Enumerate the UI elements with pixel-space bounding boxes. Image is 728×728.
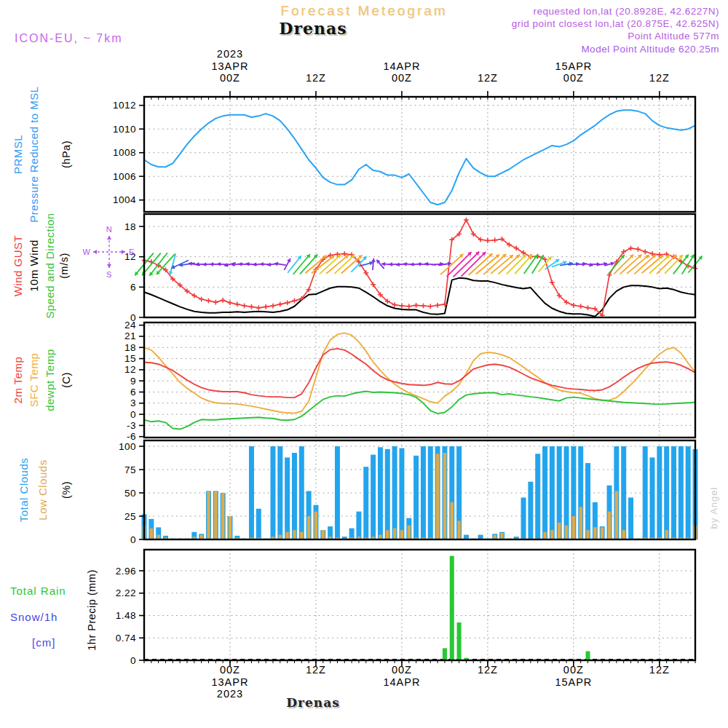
svg-text:1004: 1004 [113,194,136,205]
svg-text:15APR: 15APR [555,676,592,688]
svg-text:12Z: 12Z [306,72,326,84]
svg-text:12: 12 [124,364,136,375]
pressure-line [144,110,695,205]
svg-text:-3: -3 [127,420,136,431]
svg-text:Wind GUST: Wind GUST [12,235,24,297]
svg-text:21: 21 [124,331,136,341]
wind-direction-arrows [135,252,702,277]
svg-text:2023: 2023 [217,688,243,700]
svg-text:0: 0 [130,409,136,420]
svg-text:15APR: 15APR [555,60,592,72]
svg-text:Speed and Direction: Speed and Direction [44,213,56,318]
svg-text:12: 12 [124,251,136,262]
svg-text:10m Wind: 10m Wind [28,240,40,292]
grid-lines [144,97,695,660]
svg-text:0.74: 0.74 [116,633,136,644]
svg-text:100: 100 [119,441,136,452]
svg-text:00Z: 00Z [392,72,412,84]
svg-text:W: W [83,248,91,256]
svg-text:1012: 1012 [113,100,136,111]
svg-text:1010: 1010 [113,124,136,135]
svg-text:50: 50 [124,488,136,499]
svg-text:00Z: 00Z [563,72,584,84]
svg-text:dewpt Temp: dewpt Temp [44,349,56,411]
svg-text:1006: 1006 [113,171,136,182]
panel-borders: 10041006100810101012061218-6-30369121518… [113,97,695,666]
svg-text:18: 18 [124,342,136,353]
svg-text:3: 3 [130,397,136,408]
svg-text:[cm]: [cm] [32,636,55,649]
svg-text:Total Rain: Total Rain [10,585,66,597]
svg-text:2.96: 2.96 [116,566,136,577]
svg-text:SFC Temp: SFC Temp [28,353,40,408]
svg-text:(C): (C) [60,372,72,388]
svg-text:00Z: 00Z [220,664,240,676]
svg-text:Total Clouds: Total Clouds [17,458,30,523]
svg-text:24: 24 [124,320,136,331]
svg-text:00Z: 00Z [220,72,240,84]
svg-text:N: N [106,225,112,234]
svg-text:12Z: 12Z [649,72,670,84]
svg-text:12Z: 12Z [478,664,498,676]
svg-text:18: 18 [124,221,136,232]
svg-text:S: S [106,270,112,279]
time-axis-ticks [144,91,695,667]
svg-text:00Z: 00Z [563,664,584,676]
svg-text:9: 9 [130,376,136,387]
svg-text:12Z: 12Z [649,664,670,676]
svg-text:1.48: 1.48 [116,610,136,621]
svg-text:Low Clouds: Low Clouds [36,459,49,520]
svg-text:1hr Precip (mm): 1hr Precip (mm) [86,569,98,650]
meteogram-chart: NSEW10041006100810101012061218-6-3036912… [0,0,728,728]
svg-text:13APR: 13APR [211,60,248,72]
svg-text:12Z: 12Z [306,664,326,676]
svg-text:2m Temp: 2m Temp [12,357,24,404]
panel-side-labels: PRMSLPressure Reduced to MSL(hPa)Wind GU… [10,86,98,650]
rain-bars [443,556,590,660]
svg-text:6: 6 [130,282,136,293]
svg-text:14APR: 14APR [383,676,420,688]
svg-text:2023: 2023 [217,48,243,60]
svg-text:0: 0 [130,534,136,545]
svg-text:12Z: 12Z [478,72,498,84]
meteogram-page: Forecast Meteogram Drenas requested lon,… [0,0,728,728]
svg-text:14APR: 14APR [383,60,420,72]
svg-text:Snow/1h: Snow/1h [10,611,58,623]
svg-text:1008: 1008 [113,147,136,158]
svg-text:0: 0 [130,655,136,666]
svg-text:75: 75 [124,464,136,475]
time-axis-labels: 202313APR00Z12Z14APR00Z12Z15APR00Z12Z00Z… [211,48,669,700]
svg-text:(m/s): (m/s) [58,253,70,279]
svg-text:2.22: 2.22 [116,587,136,598]
svg-text:25: 25 [124,511,136,522]
svg-text:(hPa): (hPa) [60,141,72,168]
svg-text:00Z: 00Z [392,664,412,676]
svg-text:6: 6 [130,387,136,397]
svg-text:Pressure Reduced to MSL: Pressure Reduced to MSL [28,86,40,222]
svg-text:PRMSL: PRMSL [12,135,24,174]
svg-text:15: 15 [124,353,136,364]
svg-text:13APR: 13APR [211,676,248,688]
svg-text:(%): (%) [60,481,72,499]
